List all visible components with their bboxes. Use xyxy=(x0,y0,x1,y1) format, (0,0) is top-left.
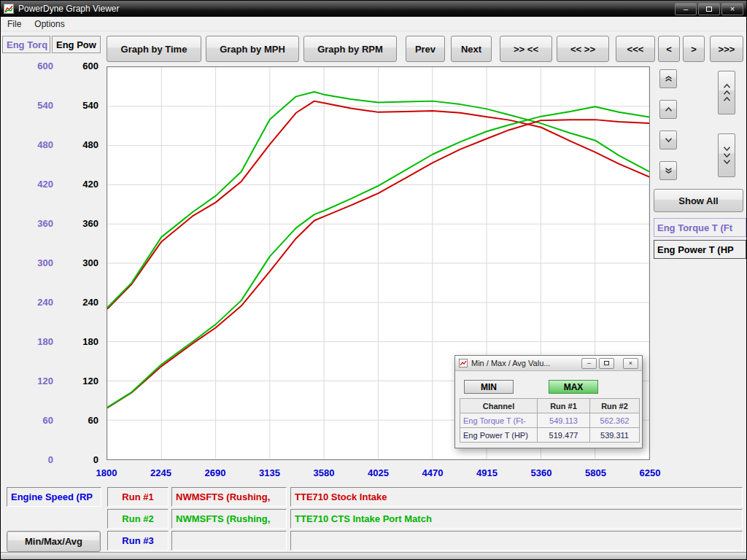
minmax-titlebar[interactable]: Min / Max / Avg Valu... – × xyxy=(455,356,642,371)
run2-label[interactable]: Run #2 xyxy=(107,509,169,529)
y-axis-tick-torque: 60 xyxy=(14,415,53,427)
run3-desc-box[interactable] xyxy=(290,531,743,551)
legend-eng-power[interactable]: Eng Power T (HP xyxy=(654,240,746,259)
zoom-out-x-button[interactable]: << >> xyxy=(557,36,609,62)
run3-file-box[interactable] xyxy=(171,531,287,551)
y-axis-tick-power: 0 xyxy=(61,454,98,466)
zoom-in-x-button[interactable]: >> << xyxy=(500,36,552,62)
x-axis-tick: 2245 xyxy=(150,467,171,478)
y-axis-tick-power: 300 xyxy=(61,257,98,269)
minmax-table: Channel Run #1 Run #2 Eng Torque T (Ft- … xyxy=(460,398,640,443)
window-title: PowerDyne Graph Viewer xyxy=(18,4,673,14)
y-axis-tick-power: 180 xyxy=(61,336,98,348)
run1-file-box[interactable]: NWMSFTS (Rushing, xyxy=(171,487,287,507)
x-axis-tick: 5805 xyxy=(585,467,606,478)
y-axis-tick-torque: 360 xyxy=(14,218,53,230)
graph-by-rpm-button[interactable]: Graph by RPM xyxy=(303,36,397,62)
x-axis-tick: 3135 xyxy=(259,467,280,478)
graph-by-time-button[interactable]: Graph by Time xyxy=(107,36,201,62)
minimize-button[interactable]: – xyxy=(675,3,697,15)
close-icon: × xyxy=(629,359,632,367)
left-axis-zoom-in-button[interactable] xyxy=(659,69,677,88)
left-axis-up-button[interactable] xyxy=(659,100,677,119)
y-axis-tick-power: 360 xyxy=(61,218,98,230)
graph-by-mph-button[interactable]: Graph by MPH xyxy=(206,36,299,62)
titlebar[interactable]: PowerDyne Graph Viewer – × xyxy=(1,1,746,17)
y-axis-tick-torque: 180 xyxy=(14,336,53,348)
pan-right-button[interactable]: > xyxy=(683,36,705,62)
tab-eng-power[interactable]: Eng Pow xyxy=(52,36,101,53)
channel-name: Eng Torque T (Ft- xyxy=(460,413,538,428)
right-axis-scale-up-button[interactable] xyxy=(718,71,735,114)
next-button[interactable]: Next xyxy=(451,36,492,62)
x-axis-tick: 4025 xyxy=(368,467,389,478)
y-axis-tick-torque: 300 xyxy=(14,257,53,269)
minimize-icon: – xyxy=(684,5,688,13)
x-channel-box[interactable]: Engine Speed (RP xyxy=(7,487,101,507)
show-all-button[interactable]: Show All xyxy=(654,189,743,212)
minmax-col-channel[interactable]: Channel xyxy=(460,399,538,413)
menu-options[interactable]: Options xyxy=(28,18,71,31)
chevron-down-icon xyxy=(722,146,732,152)
y-axis-tick-power: 540 xyxy=(61,100,98,112)
min-toggle-button[interactable]: MIN xyxy=(464,380,514,394)
chevron-up-icon xyxy=(722,96,732,102)
left-axis-down-button[interactable] xyxy=(659,131,677,149)
app-window: PowerDyne Graph Viewer – × File Options … xyxy=(0,0,747,560)
close-icon: × xyxy=(730,5,735,13)
prev-button[interactable]: Prev xyxy=(406,36,445,62)
tab-eng-torque[interactable]: Eng Torq xyxy=(2,36,50,53)
minmax-avg-button[interactable]: Min/Max/Avg xyxy=(7,531,101,552)
channel-name: Eng Power T (HP) xyxy=(460,428,538,443)
maximize-icon xyxy=(706,7,712,12)
y-axis-torque: 600540480420360300240180120600 xyxy=(14,61,53,466)
run1-label[interactable]: Run #1 xyxy=(107,487,169,507)
x-axis-tick: 4470 xyxy=(422,467,444,478)
minmax-window: Min / Max / Avg Valu... – × MIN MAX Chan… xyxy=(454,355,643,448)
x-axis-tick: 1800 xyxy=(96,467,117,478)
power-max-run1: 519.477 xyxy=(538,428,590,443)
run2-file-box[interactable]: NWMSFTS (Rushing, xyxy=(171,509,287,529)
y-axis-tick-power: 480 xyxy=(61,139,98,151)
pan-far-right-button[interactable]: >>> xyxy=(710,36,743,62)
y-axis-tick-torque: 120 xyxy=(14,376,53,387)
run3-label[interactable]: Run #3 xyxy=(107,531,169,551)
chevron-down-icon xyxy=(664,137,673,143)
minimize-icon: – xyxy=(587,359,591,367)
x-axis-tick: 5360 xyxy=(531,467,552,478)
minmax-col-run2[interactable]: Run #2 xyxy=(590,399,640,413)
left-axis-zoom-out-button[interactable] xyxy=(659,161,677,180)
chevron-up-icon xyxy=(722,83,732,89)
table-row-torque: Eng Torque T (Ft- 549.113 562.362 xyxy=(460,413,640,428)
pan-far-left-button[interactable]: <<< xyxy=(616,36,655,62)
run1-desc-box[interactable]: TTE710 Stock Intake xyxy=(290,487,743,507)
chevron-double-down-icon xyxy=(664,168,673,174)
minmax-close-button[interactable]: × xyxy=(623,358,638,369)
minmax-minimize-button[interactable]: – xyxy=(581,358,597,369)
chevron-down-icon xyxy=(722,152,732,158)
y-axis-tick-torque: 420 xyxy=(14,179,53,190)
x-axis-tick: 4915 xyxy=(476,467,498,478)
run2-desc-box[interactable]: TTE710 CTS Intake Port Match xyxy=(290,509,743,529)
chevron-up-icon xyxy=(664,106,673,112)
y-axis-tick-torque: 0 xyxy=(14,454,53,466)
maximize-button[interactable] xyxy=(698,3,720,15)
minmax-maximize-button[interactable] xyxy=(599,358,614,369)
y-axis-tick-power: 60 xyxy=(61,415,98,427)
x-axis-tick: 6250 xyxy=(640,467,661,478)
y-axis-tick-power: 600 xyxy=(61,61,98,72)
torque-max-run2: 562.362 xyxy=(590,413,640,428)
y-axis-tick-power: 120 xyxy=(61,376,98,387)
max-toggle-button[interactable]: MAX xyxy=(549,380,598,394)
chevron-down-icon xyxy=(722,159,732,165)
close-button[interactable]: × xyxy=(721,3,743,15)
table-row-power: Eng Power T (HP) 519.477 539.311 xyxy=(460,428,640,443)
legend-eng-torque[interactable]: Eng Torque T (Ft xyxy=(654,218,746,237)
pan-left-button[interactable]: < xyxy=(658,36,680,62)
x-axis: 1800224526903135358040254470491553605805… xyxy=(107,467,650,481)
menubar: File Options xyxy=(1,17,746,31)
menu-file[interactable]: File xyxy=(1,18,28,31)
minmax-col-run1[interactable]: Run #1 xyxy=(538,399,590,413)
y-axis-tick-torque: 600 xyxy=(14,61,53,72)
right-axis-scale-down-button[interactable] xyxy=(718,133,735,177)
